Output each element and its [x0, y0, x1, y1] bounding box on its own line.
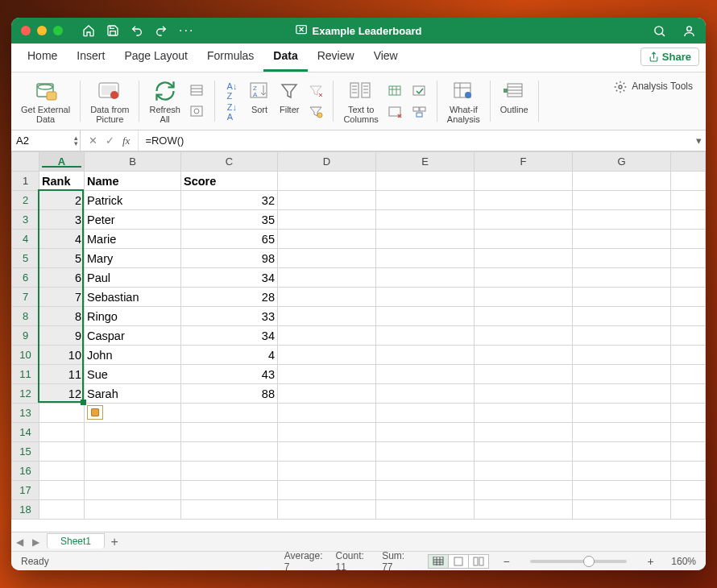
cell-A3[interactable]: 3: [39, 210, 85, 230]
cell-A8[interactable]: 8: [39, 307, 85, 326]
outline-button[interactable]: Outline: [495, 76, 533, 126]
add-sheet-button[interactable]: +: [105, 535, 124, 549]
cell-E18[interactable]: [376, 500, 475, 520]
cell-G16[interactable]: [573, 462, 671, 481]
cell-D3[interactable]: [278, 210, 376, 230]
undo-icon[interactable]: [131, 24, 143, 37]
cell-C12[interactable]: 88: [181, 384, 278, 404]
cell-E8[interactable]: [376, 307, 475, 326]
sheet-nav-next[interactable]: ▶: [27, 536, 44, 548]
what-if-analysis-button[interactable]: What-if Analysis: [442, 76, 485, 126]
column-header-C[interactable]: C: [181, 152, 278, 172]
cell-B7[interactable]: Sebastian: [85, 288, 181, 307]
cell-G18[interactable]: [573, 500, 671, 520]
cell-A9[interactable]: 9: [39, 326, 85, 346]
sort-button[interactable]: ZA Sort: [244, 76, 275, 126]
name-box-stepper[interactable]: ▴▾: [74, 135, 78, 147]
cell-C5[interactable]: 98: [181, 249, 278, 268]
get-external-data-button[interactable]: Get External Data: [16, 76, 75, 126]
tab-page-layout[interactable]: Page Layout: [114, 44, 197, 72]
cell-F9[interactable]: [475, 326, 573, 346]
cell-B18[interactable]: [85, 500, 181, 520]
cell-D6[interactable]: [278, 268, 376, 288]
cell-B2[interactable]: Patrick: [85, 191, 181, 210]
fx-icon[interactable]: fx: [122, 135, 130, 147]
row-header-16[interactable]: 16: [12, 462, 39, 481]
filter-button[interactable]: Filter: [275, 76, 304, 126]
cell-F15[interactable]: [475, 442, 573, 462]
cell-D16[interactable]: [278, 462, 376, 481]
cell-E16[interactable]: [376, 462, 475, 481]
properties-icon[interactable]: [189, 103, 206, 121]
cell-D1[interactable]: [278, 172, 376, 191]
cell-A13[interactable]: [39, 404, 85, 423]
cell-E13[interactable]: [376, 404, 475, 423]
cell-D8[interactable]: [278, 307, 376, 326]
column-header-A[interactable]: A: [39, 152, 85, 172]
cell-C10[interactable]: 4: [181, 346, 278, 365]
name-box[interactable]: A2 ▴▾: [11, 130, 81, 151]
cancel-formula-icon[interactable]: ✕: [89, 135, 97, 147]
cell-C4[interactable]: 65: [181, 230, 278, 249]
zoom-slider[interactable]: [530, 560, 627, 563]
cell-E10[interactable]: [376, 346, 475, 365]
cell-A17[interactable]: [39, 481, 85, 500]
cell-E4[interactable]: [376, 230, 475, 249]
cell-E14[interactable]: [376, 423, 475, 442]
data-validation-icon[interactable]: [411, 82, 429, 100]
cell-D9[interactable]: [278, 326, 376, 346]
sort-asc-icon[interactable]: A↓Z: [223, 82, 241, 100]
zoom-out-button[interactable]: −: [502, 555, 511, 568]
cell-C11[interactable]: 43: [181, 365, 278, 384]
cell-A7[interactable]: 7: [39, 288, 85, 307]
cell-D13[interactable]: [278, 404, 376, 423]
save-icon[interactable]: [106, 24, 119, 37]
cell-E3[interactable]: [376, 210, 475, 230]
share-button[interactable]: Share: [640, 48, 699, 66]
cell-B14[interactable]: [85, 423, 181, 442]
cell-D12[interactable]: [278, 384, 376, 404]
cell-A10[interactable]: 10: [39, 346, 85, 365]
cell-F3[interactable]: [475, 210, 573, 230]
cell-F8[interactable]: [475, 307, 573, 326]
cell-C17[interactable]: [181, 481, 278, 500]
cell-F5[interactable]: [475, 249, 573, 268]
cell-G7[interactable]: [573, 288, 671, 307]
cell-B4[interactable]: Marie: [85, 230, 181, 249]
row-header-11[interactable]: 11: [12, 365, 39, 384]
cell-G12[interactable]: [573, 384, 671, 404]
cell-E15[interactable]: [376, 442, 475, 462]
cell-A16[interactable]: [39, 462, 85, 481]
cell-D5[interactable]: [278, 249, 376, 268]
column-header-F[interactable]: F: [475, 152, 573, 172]
cell-D11[interactable]: [278, 365, 376, 384]
cell-F14[interactable]: [475, 423, 573, 442]
account-icon[interactable]: [682, 24, 696, 38]
cell-C7[interactable]: 28: [181, 288, 278, 307]
tab-review[interactable]: Review: [308, 44, 364, 72]
cell-A1[interactable]: Rank: [39, 172, 85, 191]
cell-D17[interactable]: [278, 481, 376, 500]
search-icon[interactable]: [653, 24, 666, 38]
tab-insert[interactable]: Insert: [67, 44, 114, 72]
cell-B10[interactable]: John: [85, 346, 181, 365]
maximize-window-button[interactable]: [53, 26, 63, 35]
row-header-14[interactable]: 14: [12, 423, 39, 442]
cell-F4[interactable]: [475, 230, 573, 249]
tab-home[interactable]: Home: [18, 44, 67, 72]
cell-E6[interactable]: [376, 268, 475, 288]
row-header-9[interactable]: 9: [12, 326, 39, 346]
row-header-6[interactable]: 6: [12, 268, 39, 288]
cell-B5[interactable]: Mary: [85, 249, 181, 268]
row-header-10[interactable]: 10: [12, 346, 39, 365]
more-icon[interactable]: ···: [179, 23, 194, 38]
column-header-E[interactable]: E: [376, 152, 475, 172]
clear-filter-icon[interactable]: [307, 82, 325, 100]
row-header-1[interactable]: 1: [12, 172, 39, 191]
cell-F1[interactable]: [475, 172, 573, 191]
cell-D18[interactable]: [278, 500, 376, 520]
cell-G17[interactable]: [573, 481, 671, 500]
tab-view[interactable]: View: [364, 44, 408, 72]
analysis-tools-button[interactable]: Analysis Tools: [606, 76, 701, 126]
cell-A11[interactable]: 11: [39, 365, 85, 384]
